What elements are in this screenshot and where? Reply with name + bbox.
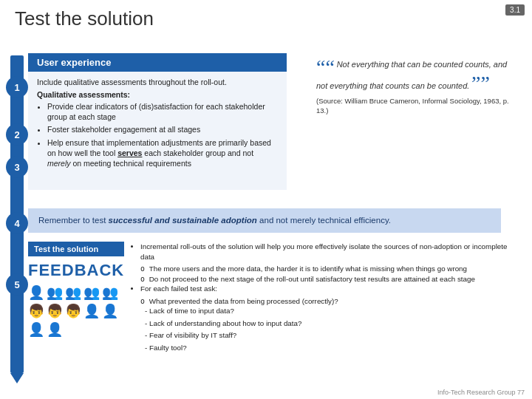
quote-box: ““ Not everything that can be counted co… — [309, 53, 523, 121]
person-icon-4: 👥 — [83, 284, 100, 301]
step4-dash-1: Lack of time to input data? — [145, 306, 523, 316]
qual-bullets: Provide clear indicators of (dis)satisfa… — [37, 101, 278, 168]
person-icon-7: 👦 — [47, 303, 63, 319]
quote-close: ”” — [471, 72, 490, 95]
include-line: Include qualitative assessments througho… — [37, 78, 278, 86]
step4-dash-3: Fear of visibility by IT staff? — [145, 330, 523, 341]
qual-bullet-1: Provide clear indicators of (dis)satisfa… — [47, 101, 278, 122]
person-icon-2: 👥 — [47, 284, 63, 301]
step4-sub-2: Do not proceed to the next stage of the … — [140, 274, 523, 284]
qual-bullet-3: Help ensure that implementation adjustme… — [47, 137, 278, 169]
step-2-number: 2 — [6, 123, 28, 146]
person-icon-11: 👤 — [28, 321, 44, 338]
step-4-number: 4 — [6, 212, 28, 234]
step-3-number: 3 — [6, 156, 28, 178]
step4-main-bullets-2: For each failed test ask: — [132, 284, 523, 294]
step-5-number: 5 — [6, 273, 28, 296]
step4-dash-2: Lack of understanding about how to input… — [145, 318, 523, 329]
qual-bullet-2: Foster stakeholder engagement at all sta… — [47, 124, 278, 134]
user-experience-content: Include qualitative assessments througho… — [28, 72, 287, 190]
people-icons: 👤 👥 👥 👥 👥 👦 👦 👦 👤 👤 👤 👤 — [28, 284, 124, 338]
footer: Info-Tech Research Group 77 — [437, 389, 525, 396]
left-panel: User experience Include qualitative asse… — [28, 53, 287, 190]
person-icon-6: 👦 — [28, 303, 44, 319]
person-icon-12: 👤 — [47, 321, 63, 338]
person-icon-10: 👤 — [102, 303, 118, 319]
banner-text: Remember to test successful and sustaina… — [38, 216, 391, 225]
step4-right: Incremental roll-outs of the solution wi… — [132, 242, 523, 355]
step4-left: Test the solution FEEDBACK 👤 👥 👥 👥 👥 👦 👦… — [28, 242, 124, 355]
person-icon-1: 👤 — [28, 284, 44, 301]
person-icon-5: 👥 — [102, 284, 118, 301]
step4-bullet-1: Incremental roll-outs of the solution wi… — [140, 242, 523, 262]
step4-area: Test the solution FEEDBACK 👤 👥 👥 👥 👥 👦 👦… — [28, 242, 523, 355]
page-badge: 3.1 — [505, 4, 525, 16]
person-icon-8: 👦 — [65, 303, 81, 319]
content-area: User experience Include qualitative asse… — [28, 53, 523, 383]
quote-source: (Source: William Bruce Cameron, Informal… — [316, 96, 516, 116]
person-icon-3: 👥 — [65, 284, 81, 301]
step4-sub-3: What prevented the data from being proce… — [140, 296, 523, 307]
step-1-number: 1 — [6, 76, 28, 98]
step4-sub-1: The more users and the more data, the ha… — [140, 264, 523, 274]
remember-banner: Remember to test successful and sustaina… — [28, 208, 501, 233]
step4-dash-4: Faulty tool? — [145, 343, 523, 353]
step4-bullet-2: For each failed test ask: — [140, 284, 523, 294]
step4-label: Test the solution — [28, 242, 124, 256]
step4-sub-bullets-2: What prevented the data from being proce… — [132, 296, 523, 307]
page-title: Test the solution — [0, 0, 532, 35]
quote-open: ““ — [316, 55, 335, 78]
step4-main-bullets: Incremental roll-outs of the solution wi… — [132, 242, 523, 262]
step4-dash-bullets: Lack of time to input data? Lack of unde… — [132, 306, 523, 352]
qual-label: Qualitative assessments: — [37, 90, 278, 99]
feedback-label: FEEDBACK — [28, 261, 124, 280]
person-icon-9: 👤 — [83, 303, 100, 319]
user-experience-heading: User experience — [28, 53, 287, 72]
step4-sub-bullets-1: The more users and the more data, the ha… — [132, 264, 523, 284]
